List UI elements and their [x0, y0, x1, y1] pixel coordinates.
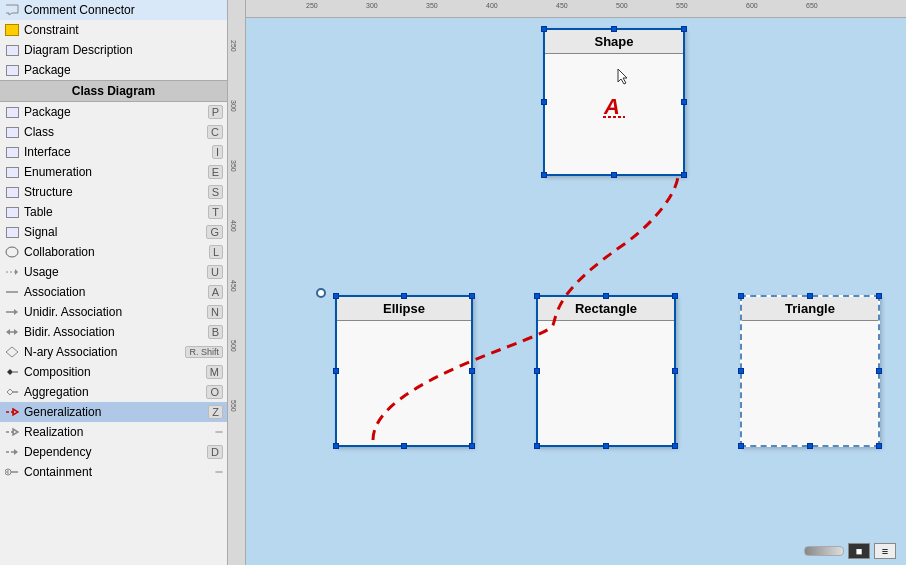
structure-icon — [4, 184, 20, 200]
sidebar-item-aggregation[interactable]: Aggregation O — [0, 382, 227, 402]
handle-bm[interactable] — [603, 443, 609, 449]
package-icon — [4, 104, 20, 120]
unidir-association-icon — [4, 304, 20, 320]
handle-br[interactable] — [876, 443, 882, 449]
handle-mr[interactable] — [469, 368, 475, 374]
svg-text:A: A — [603, 94, 620, 119]
sidebar-item-dependency[interactable]: Dependency D — [0, 442, 227, 462]
constraint-label: Constraint — [24, 23, 223, 37]
handle-ml[interactable] — [333, 368, 339, 374]
handle-bl[interactable] — [333, 443, 339, 449]
handle-mr[interactable] — [681, 99, 687, 105]
collaboration-icon — [4, 244, 20, 260]
sidebar-item-enumeration[interactable]: Enumeration E — [0, 162, 227, 182]
sidebar-item-signal[interactable]: Signal G — [0, 222, 227, 242]
bottom-toolbar: ■ ≡ — [804, 543, 896, 559]
sidebar-item-collaboration[interactable]: Collaboration L — [0, 242, 227, 262]
diagram-description-icon — [4, 42, 20, 58]
sidebar-item-interface[interactable]: Interface I — [0, 142, 227, 162]
canvas-circle-handle[interactable] — [316, 288, 326, 298]
aggregation-icon — [4, 384, 20, 400]
sidebar-item-constraint[interactable]: Constraint — [0, 20, 227, 40]
handle-bm[interactable] — [401, 443, 407, 449]
sidebar-item-package[interactable]: Package P — [0, 102, 227, 122]
handle-mr[interactable] — [672, 368, 678, 374]
handle-br[interactable] — [681, 172, 687, 178]
handle-br[interactable] — [672, 443, 678, 449]
sidebar-item-class[interactable]: Class C — [0, 122, 227, 142]
table-icon — [4, 204, 20, 220]
svg-marker-5 — [14, 309, 18, 315]
uml-class-triangle[interactable]: Triangle — [740, 295, 880, 447]
handle-ml[interactable] — [534, 368, 540, 374]
composition-icon — [4, 364, 20, 380]
handle-tr[interactable] — [469, 293, 475, 299]
sidebar-item-association[interactable]: Association A — [0, 282, 227, 302]
enumeration-icon — [4, 164, 20, 180]
class-ellipse-body — [337, 321, 471, 445]
sidebar-item-composition[interactable]: Composition M — [0, 362, 227, 382]
class-shape-body: A — [545, 54, 683, 174]
handle-tl[interactable] — [534, 293, 540, 299]
generalization-icon — [4, 404, 20, 420]
handle-tr[interactable] — [876, 293, 882, 299]
uml-class-ellipse[interactable]: Ellipse — [335, 295, 473, 447]
svg-marker-9 — [6, 347, 18, 357]
sidebar-item-generalization[interactable]: Generalization Z — [0, 402, 227, 422]
list-view-button[interactable]: ≡ — [874, 543, 896, 559]
sidebar-item-comment-connector[interactable]: Comment Connector — [0, 0, 227, 20]
handle-bl[interactable] — [541, 172, 547, 178]
sidebar-item-unidir-association[interactable]: Unidir. Association N — [0, 302, 227, 322]
sidebar-item-table[interactable]: Table T — [0, 202, 227, 222]
uml-class-shape[interactable]: Shape A — [543, 28, 685, 176]
handle-bl[interactable] — [738, 443, 744, 449]
class-shape-header: Shape — [545, 30, 683, 54]
svg-point-0 — [6, 247, 18, 257]
sidebar-item-structure[interactable]: Structure S — [0, 182, 227, 202]
svg-marker-7 — [6, 329, 10, 335]
class-icon — [4, 124, 20, 140]
comment-connector-label: Comment Connector — [24, 3, 223, 17]
handle-bm[interactable] — [807, 443, 813, 449]
sidebar-item-nary-association[interactable]: N-ary Association R. Shift — [0, 342, 227, 362]
handle-ml[interactable] — [541, 99, 547, 105]
sidebar-item-containment[interactable]: Containment — [0, 462, 227, 482]
svg-marker-24 — [618, 69, 627, 84]
containment-icon — [4, 464, 20, 480]
class-triangle-header: Triangle — [742, 297, 878, 321]
sidebar-item-usage[interactable]: Usage U — [0, 262, 227, 282]
dark-mode-button[interactable]: ■ — [848, 543, 870, 559]
handle-ml[interactable] — [738, 368, 744, 374]
handle-bm[interactable] — [611, 172, 617, 178]
handle-tm[interactable] — [807, 293, 813, 299]
comment-connector-icon — [4, 2, 20, 18]
handle-tr[interactable] — [672, 293, 678, 299]
class-triangle-body — [742, 321, 878, 445]
handle-tm[interactable] — [401, 293, 407, 299]
handle-tm[interactable] — [603, 293, 609, 299]
handle-tm[interactable] — [611, 26, 617, 32]
zoom-slider[interactable] — [804, 546, 844, 556]
handle-br[interactable] — [469, 443, 475, 449]
realization-icon — [4, 424, 20, 440]
uml-class-rectangle[interactable]: Rectangle — [536, 295, 676, 447]
sidebar-item-bidir-association[interactable]: Bidir. Association B — [0, 322, 227, 342]
sidebar: Comment Connector Constraint Diagram Des… — [0, 0, 228, 565]
diagram-description-label: Diagram Description — [24, 43, 223, 57]
handle-tr[interactable] — [681, 26, 687, 32]
dependency-icon — [4, 444, 20, 460]
handle-tl[interactable] — [738, 293, 744, 299]
ruler-left: 250 300 350 400 450 500 550 — [228, 0, 246, 565]
handle-tl[interactable] — [333, 293, 339, 299]
sidebar-item-realization[interactable]: Realization — [0, 422, 227, 442]
handle-bl[interactable] — [534, 443, 540, 449]
handle-mr[interactable] — [876, 368, 882, 374]
canvas[interactable]: 250 300 350 400 450 500 550 250 300 350 … — [228, 0, 906, 565]
class-diagram-header: Class Diagram — [0, 80, 227, 102]
sidebar-item-diagram-description[interactable]: Diagram Description — [0, 40, 227, 60]
association-icon — [4, 284, 20, 300]
sidebar-item-package-general[interactable]: Package — [0, 60, 227, 80]
signal-icon — [4, 224, 20, 240]
handle-tl[interactable] — [541, 26, 547, 32]
package-general-icon — [4, 62, 20, 78]
